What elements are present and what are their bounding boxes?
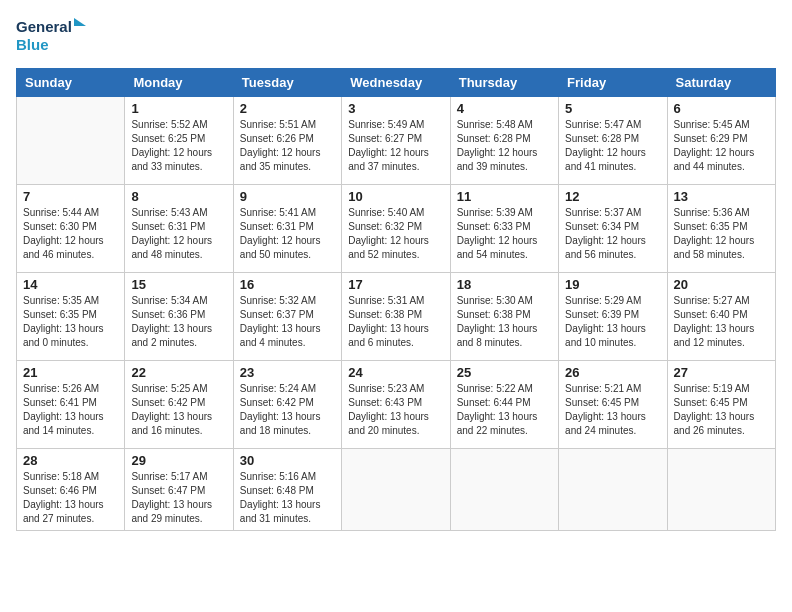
calendar-cell: 6Sunrise: 5:45 AM Sunset: 6:29 PM Daylig… xyxy=(667,97,775,185)
day-number: 7 xyxy=(23,189,118,204)
calendar-cell: 11Sunrise: 5:39 AM Sunset: 6:33 PM Dayli… xyxy=(450,185,558,273)
svg-text:General: General xyxy=(16,18,72,35)
calendar-cell: 7Sunrise: 5:44 AM Sunset: 6:30 PM Daylig… xyxy=(17,185,125,273)
calendar-cell: 1Sunrise: 5:52 AM Sunset: 6:25 PM Daylig… xyxy=(125,97,233,185)
calendar-cell xyxy=(667,449,775,531)
day-number: 23 xyxy=(240,365,335,380)
col-header-wednesday: Wednesday xyxy=(342,69,450,97)
logo-svg: General Blue xyxy=(16,16,86,56)
day-number: 11 xyxy=(457,189,552,204)
calendar-cell xyxy=(342,449,450,531)
col-header-thursday: Thursday xyxy=(450,69,558,97)
calendar-cell: 3Sunrise: 5:49 AM Sunset: 6:27 PM Daylig… xyxy=(342,97,450,185)
calendar-cell: 10Sunrise: 5:40 AM Sunset: 6:32 PM Dayli… xyxy=(342,185,450,273)
calendar-cell: 19Sunrise: 5:29 AM Sunset: 6:39 PM Dayli… xyxy=(559,273,667,361)
day-number: 6 xyxy=(674,101,769,116)
day-number: 2 xyxy=(240,101,335,116)
day-number: 21 xyxy=(23,365,118,380)
day-number: 18 xyxy=(457,277,552,292)
calendar-cell: 23Sunrise: 5:24 AM Sunset: 6:42 PM Dayli… xyxy=(233,361,341,449)
calendar-cell: 4Sunrise: 5:48 AM Sunset: 6:28 PM Daylig… xyxy=(450,97,558,185)
day-info: Sunrise: 5:49 AM Sunset: 6:27 PM Dayligh… xyxy=(348,118,443,174)
day-info: Sunrise: 5:31 AM Sunset: 6:38 PM Dayligh… xyxy=(348,294,443,350)
calendar-cell: 20Sunrise: 5:27 AM Sunset: 6:40 PM Dayli… xyxy=(667,273,775,361)
col-header-saturday: Saturday xyxy=(667,69,775,97)
calendar-cell: 8Sunrise: 5:43 AM Sunset: 6:31 PM Daylig… xyxy=(125,185,233,273)
day-info: Sunrise: 5:23 AM Sunset: 6:43 PM Dayligh… xyxy=(348,382,443,438)
week-row-2: 7Sunrise: 5:44 AM Sunset: 6:30 PM Daylig… xyxy=(17,185,776,273)
day-info: Sunrise: 5:27 AM Sunset: 6:40 PM Dayligh… xyxy=(674,294,769,350)
day-number: 17 xyxy=(348,277,443,292)
day-info: Sunrise: 5:16 AM Sunset: 6:48 PM Dayligh… xyxy=(240,470,335,526)
day-number: 10 xyxy=(348,189,443,204)
day-number: 16 xyxy=(240,277,335,292)
day-number: 13 xyxy=(674,189,769,204)
day-number: 1 xyxy=(131,101,226,116)
day-info: Sunrise: 5:21 AM Sunset: 6:45 PM Dayligh… xyxy=(565,382,660,438)
day-info: Sunrise: 5:37 AM Sunset: 6:34 PM Dayligh… xyxy=(565,206,660,262)
day-number: 30 xyxy=(240,453,335,468)
day-number: 19 xyxy=(565,277,660,292)
day-number: 27 xyxy=(674,365,769,380)
day-info: Sunrise: 5:32 AM Sunset: 6:37 PM Dayligh… xyxy=(240,294,335,350)
calendar-cell: 24Sunrise: 5:23 AM Sunset: 6:43 PM Dayli… xyxy=(342,361,450,449)
day-info: Sunrise: 5:34 AM Sunset: 6:36 PM Dayligh… xyxy=(131,294,226,350)
calendar-cell: 9Sunrise: 5:41 AM Sunset: 6:31 PM Daylig… xyxy=(233,185,341,273)
day-info: Sunrise: 5:43 AM Sunset: 6:31 PM Dayligh… xyxy=(131,206,226,262)
calendar-cell: 17Sunrise: 5:31 AM Sunset: 6:38 PM Dayli… xyxy=(342,273,450,361)
day-info: Sunrise: 5:51 AM Sunset: 6:26 PM Dayligh… xyxy=(240,118,335,174)
day-info: Sunrise: 5:30 AM Sunset: 6:38 PM Dayligh… xyxy=(457,294,552,350)
day-number: 24 xyxy=(348,365,443,380)
calendar-cell: 26Sunrise: 5:21 AM Sunset: 6:45 PM Dayli… xyxy=(559,361,667,449)
calendar-cell: 12Sunrise: 5:37 AM Sunset: 6:34 PM Dayli… xyxy=(559,185,667,273)
week-row-4: 21Sunrise: 5:26 AM Sunset: 6:41 PM Dayli… xyxy=(17,361,776,449)
day-info: Sunrise: 5:44 AM Sunset: 6:30 PM Dayligh… xyxy=(23,206,118,262)
day-info: Sunrise: 5:18 AM Sunset: 6:46 PM Dayligh… xyxy=(23,470,118,526)
day-number: 20 xyxy=(674,277,769,292)
day-info: Sunrise: 5:36 AM Sunset: 6:35 PM Dayligh… xyxy=(674,206,769,262)
calendar-cell: 27Sunrise: 5:19 AM Sunset: 6:45 PM Dayli… xyxy=(667,361,775,449)
week-row-5: 28Sunrise: 5:18 AM Sunset: 6:46 PM Dayli… xyxy=(17,449,776,531)
page-header: General Blue xyxy=(16,16,776,56)
day-info: Sunrise: 5:19 AM Sunset: 6:45 PM Dayligh… xyxy=(674,382,769,438)
calendar-cell: 22Sunrise: 5:25 AM Sunset: 6:42 PM Dayli… xyxy=(125,361,233,449)
day-info: Sunrise: 5:47 AM Sunset: 6:28 PM Dayligh… xyxy=(565,118,660,174)
calendar-cell: 14Sunrise: 5:35 AM Sunset: 6:35 PM Dayli… xyxy=(17,273,125,361)
day-number: 15 xyxy=(131,277,226,292)
day-info: Sunrise: 5:52 AM Sunset: 6:25 PM Dayligh… xyxy=(131,118,226,174)
day-number: 4 xyxy=(457,101,552,116)
col-header-friday: Friday xyxy=(559,69,667,97)
col-header-sunday: Sunday xyxy=(17,69,125,97)
day-number: 22 xyxy=(131,365,226,380)
day-number: 25 xyxy=(457,365,552,380)
day-info: Sunrise: 5:22 AM Sunset: 6:44 PM Dayligh… xyxy=(457,382,552,438)
svg-marker-1 xyxy=(74,18,86,26)
calendar-cell: 28Sunrise: 5:18 AM Sunset: 6:46 PM Dayli… xyxy=(17,449,125,531)
svg-text:Blue: Blue xyxy=(16,36,49,53)
calendar-table: SundayMondayTuesdayWednesdayThursdayFrid… xyxy=(16,68,776,531)
day-number: 26 xyxy=(565,365,660,380)
day-info: Sunrise: 5:29 AM Sunset: 6:39 PM Dayligh… xyxy=(565,294,660,350)
day-info: Sunrise: 5:45 AM Sunset: 6:29 PM Dayligh… xyxy=(674,118,769,174)
calendar-cell: 18Sunrise: 5:30 AM Sunset: 6:38 PM Dayli… xyxy=(450,273,558,361)
calendar-cell: 25Sunrise: 5:22 AM Sunset: 6:44 PM Dayli… xyxy=(450,361,558,449)
calendar-cell: 15Sunrise: 5:34 AM Sunset: 6:36 PM Dayli… xyxy=(125,273,233,361)
calendar-cell: 29Sunrise: 5:17 AM Sunset: 6:47 PM Dayli… xyxy=(125,449,233,531)
day-info: Sunrise: 5:35 AM Sunset: 6:35 PM Dayligh… xyxy=(23,294,118,350)
day-info: Sunrise: 5:24 AM Sunset: 6:42 PM Dayligh… xyxy=(240,382,335,438)
calendar-cell xyxy=(17,97,125,185)
calendar-cell: 21Sunrise: 5:26 AM Sunset: 6:41 PM Dayli… xyxy=(17,361,125,449)
calendar-cell: 5Sunrise: 5:47 AM Sunset: 6:28 PM Daylig… xyxy=(559,97,667,185)
day-info: Sunrise: 5:17 AM Sunset: 6:47 PM Dayligh… xyxy=(131,470,226,526)
day-number: 12 xyxy=(565,189,660,204)
calendar-cell xyxy=(450,449,558,531)
col-header-tuesday: Tuesday xyxy=(233,69,341,97)
calendar-cell: 2Sunrise: 5:51 AM Sunset: 6:26 PM Daylig… xyxy=(233,97,341,185)
logo: General Blue xyxy=(16,16,86,56)
col-header-monday: Monday xyxy=(125,69,233,97)
day-number: 3 xyxy=(348,101,443,116)
day-number: 8 xyxy=(131,189,226,204)
week-row-3: 14Sunrise: 5:35 AM Sunset: 6:35 PM Dayli… xyxy=(17,273,776,361)
day-number: 9 xyxy=(240,189,335,204)
calendar-cell xyxy=(559,449,667,531)
